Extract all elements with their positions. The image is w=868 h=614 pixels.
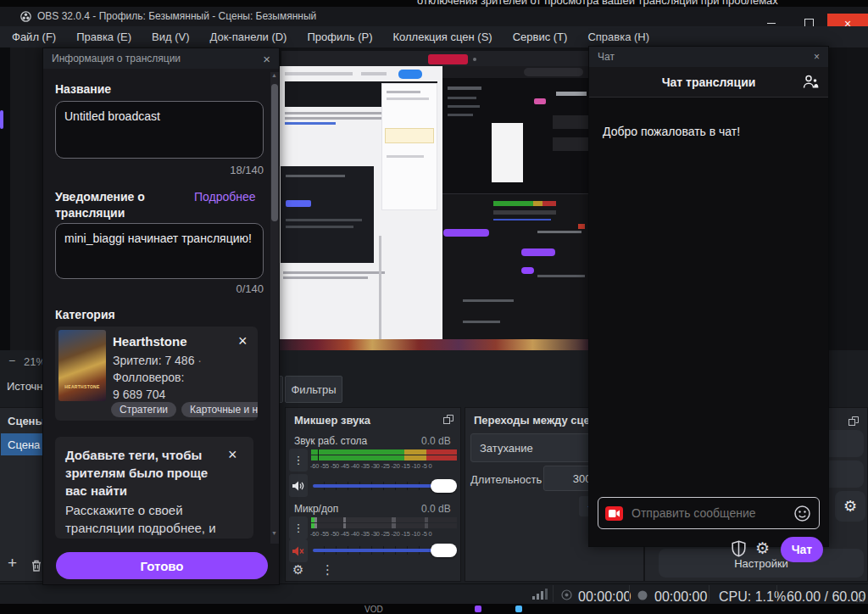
network-signal-icon <box>532 589 548 600</box>
menu-view[interactable]: Вид (V) <box>152 31 189 43</box>
stream-camera-icon <box>605 506 623 521</box>
chat-send-button-label: Чат <box>792 543 812 556</box>
preview-nested-window <box>442 193 588 349</box>
menu-docks[interactable]: Док-панели (D) <box>210 31 287 43</box>
mixer-channel2-slider[interactable] <box>313 540 457 561</box>
category-box-art: HEARTHSTONE <box>58 330 106 401</box>
preview-page-toolbar-line2 <box>361 72 387 75</box>
preview-nested-red-dot <box>578 224 585 229</box>
trash-icon <box>31 559 42 572</box>
scenes-dock-title: Сцены <box>8 415 45 427</box>
preview-zoom-minus-icon[interactable]: − <box>8 354 15 367</box>
background-purple-mark <box>475 606 481 612</box>
mixer-channel2-name: Микр/доп <box>294 503 338 515</box>
background-blue-mark <box>515 606 522 612</box>
notification-char-counter: 0/140 <box>145 282 264 295</box>
slider-handle[interactable] <box>431 479 457 493</box>
title-textarea[interactable]: Untitled broadcast <box>55 101 264 159</box>
menu-scene-collection[interactable]: Коллекция сцен (S) <box>393 31 492 43</box>
chat-send-button[interactable]: Чат <box>781 537 823 562</box>
emoji-picker-icon[interactable] <box>794 505 810 522</box>
mixer-settings-gear-icon[interactable]: ⚙ <box>292 562 303 578</box>
resize-grip-icon[interactable] <box>856 594 865 602</box>
obs-logo-icon <box>20 11 31 22</box>
category-viewers-value: Зрители: 7 486 <box>113 354 194 367</box>
chat-close-icon[interactable]: × <box>814 52 820 62</box>
dialog-body: Название Untitled broadcast 18/140 Уведо… <box>43 69 279 584</box>
mixer-toolbar-menu-icon[interactable]: ⋮ <box>321 562 334 578</box>
tip-bold-text: Добавьте теги, чтобы зрителям было проще… <box>65 446 211 500</box>
notification-more-link[interactable]: Подробнее <box>194 190 256 204</box>
category-remove-icon[interactable]: × <box>238 333 248 349</box>
notification-textarea[interactable]: mini_biaggi начинает трансляцию! <box>55 223 264 279</box>
mixer-channel1-name: Звук раб. стола <box>294 435 367 447</box>
scrollbar-thumb[interactable] <box>271 84 278 221</box>
background-vod-text: VOD <box>364 605 383 614</box>
chat-settings-gear-icon[interactable]: ⚙ <box>755 539 770 558</box>
preview-right-panel <box>381 83 437 210</box>
name-label: Название <box>55 82 111 96</box>
dialog-scrollbar[interactable]: ▲ ▼ <box>270 72 279 544</box>
menu-edit[interactable]: Правка (E) <box>76 31 131 43</box>
mixer-channel2-menu-button[interactable]: ⋮ <box>289 516 308 539</box>
category-tag[interactable]: Стратегии <box>111 402 176 417</box>
title-textarea-value: Untitled broadcast <box>64 109 160 123</box>
done-button[interactable]: Готово <box>56 552 268 579</box>
category-viewers: Зрители: 7 486 · <box>113 354 202 367</box>
preview-link-line <box>285 122 336 125</box>
tip-dismiss-icon[interactable]: × <box>228 447 237 462</box>
chat-input-box[interactable] <box>598 497 820 529</box>
preview-page-toolbar-line <box>285 72 353 75</box>
mixer-channel2-mute-button[interactable] <box>289 539 308 562</box>
dialog-close-icon[interactable]: × <box>263 53 270 65</box>
scroll-down-icon[interactable]: ▼ <box>271 530 277 536</box>
preview-dash-search <box>524 68 583 76</box>
category-box-art-title: HEARTHSTONE <box>64 384 99 401</box>
chat-welcome-message: Добро пожаловать в чат! <box>603 125 740 138</box>
preview-browser-chrome <box>281 51 588 66</box>
preview-white-page <box>280 66 442 349</box>
filters-button[interactable]: Фильтры <box>285 376 342 403</box>
scroll-up-icon[interactable]: ▲ <box>271 72 277 78</box>
mixer-channel1-slider[interactable] <box>313 476 457 496</box>
moderation-shield-icon[interactable] <box>732 540 746 557</box>
slider-handle[interactable] <box>431 544 457 557</box>
mixer-channel2-db: 0.0 dB <box>421 503 451 515</box>
preview-nested-purple-pill <box>521 248 555 256</box>
remove-scene-button[interactable] <box>31 559 42 572</box>
preview-b-button <box>286 200 311 207</box>
preview-dash-heading <box>556 92 587 96</box>
chat-title-bar: Чат × <box>589 47 828 67</box>
menu-file[interactable]: Файл (F) <box>12 31 56 43</box>
background-page-bottom-strip: VOD <box>0 604 868 614</box>
menu-tools[interactable]: Сервис (T) <box>513 31 568 43</box>
minimize-icon <box>767 23 776 24</box>
preview-page-scrollbar <box>379 236 381 346</box>
popout-icon[interactable] <box>443 415 453 424</box>
preview-sidebar-line1 <box>448 87 481 90</box>
title-char-counter: 18/140 <box>145 164 264 176</box>
chat-message-input[interactable] <box>630 505 794 521</box>
chat-users-icon[interactable] <box>803 75 819 89</box>
chat-dock-title: Чат <box>598 51 615 63</box>
audio-mixer-dock: Микшер звука Звук раб. стола 0.0 dB ⋮ -6… <box>285 407 461 582</box>
menu-help[interactable]: Справка (H) <box>587 31 649 43</box>
dialog-title-bar: Информация о трансляции × <box>43 48 279 69</box>
meter-bar-right <box>311 523 457 528</box>
separator-dot: · <box>198 354 202 367</box>
category-tags-row: Стратегии Карточные и нас <box>111 402 258 417</box>
muted-speaker-icon <box>292 546 304 556</box>
speaker-icon <box>292 481 304 491</box>
add-scene-button[interactable]: + <box>8 554 17 572</box>
mixer-channel1-menu-button[interactable]: ⋮ <box>289 449 308 472</box>
preview-artwork-strip <box>280 339 588 350</box>
controls-gear-button[interactable]: ⚙ <box>835 491 865 522</box>
preview-nested-line4 <box>463 321 500 323</box>
menu-profile[interactable]: Профиль (P) <box>307 31 372 43</box>
category-tag[interactable]: Карточные и нас <box>181 402 258 417</box>
mixer-channel1-volume-button[interactable] <box>289 474 308 497</box>
popout-icon[interactable] <box>849 416 859 426</box>
screen: отключения зрителей от просмотра вашей т… <box>0 0 868 614</box>
preview-sidebar-line2 <box>448 97 476 99</box>
preview-active-tab <box>428 54 468 64</box>
